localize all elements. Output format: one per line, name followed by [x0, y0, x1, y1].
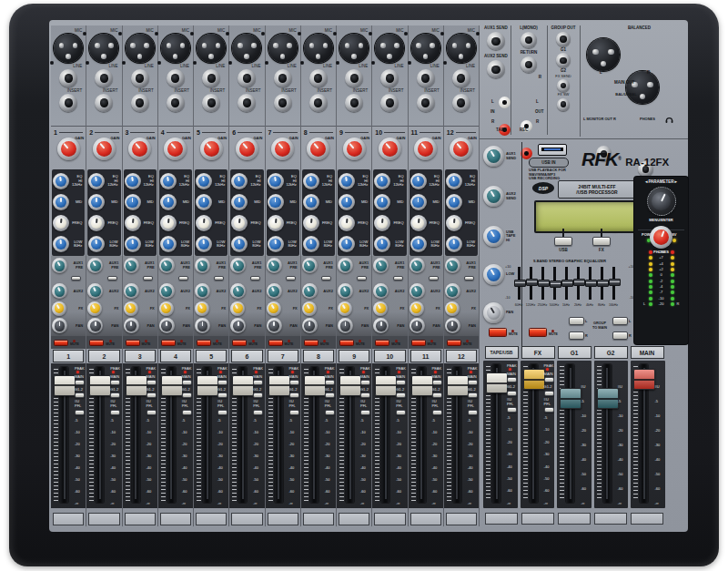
aux1-send-knob[interactable] [159, 258, 175, 273]
return-l-jack[interactable] [521, 32, 537, 48]
eq-mid-freq-knob[interactable] [268, 215, 284, 231]
fx-mute-button[interactable] [529, 328, 547, 337]
eq-mid-freq-knob[interactable] [446, 215, 462, 231]
mute-button[interactable] [197, 340, 211, 346]
mute-button[interactable] [54, 340, 68, 346]
gain-knob[interactable] [307, 138, 329, 160]
mute-button[interactable] [339, 340, 354, 346]
main-assign-button[interactable] [182, 380, 192, 385]
pfl-button[interactable] [147, 410, 157, 415]
geq-band-slider[interactable] [585, 280, 597, 287]
balanced-out-l-xlr[interactable] [587, 38, 620, 71]
line-input-jack[interactable] [202, 69, 220, 87]
aux1-send-knob[interactable] [230, 258, 246, 273]
line-input-jack[interactable] [345, 69, 363, 87]
main-assign-button[interactable] [253, 380, 263, 385]
eq-low-knob[interactable] [88, 236, 105, 252]
pan-knob[interactable] [87, 318, 103, 333]
master-usb-tape-hi-knob[interactable] [483, 226, 504, 247]
mic-xlr-input[interactable] [54, 34, 83, 63]
insert-jack[interactable] [202, 94, 220, 112]
mute-button[interactable] [268, 340, 283, 346]
aux1-pre-button[interactable] [286, 276, 296, 280]
aux1-send-jack[interactable] [487, 32, 505, 50]
aux1-pre-button[interactable] [214, 276, 224, 280]
return-r-jack[interactable] [521, 56, 537, 73]
fx-send-knob[interactable] [230, 301, 245, 316]
gain-knob[interactable] [414, 138, 437, 160]
eq-mid-knob[interactable] [339, 194, 355, 210]
insert-jack[interactable] [309, 94, 328, 112]
fx-send-knob[interactable] [373, 301, 388, 316]
fx-send-knob[interactable] [267, 301, 281, 316]
group-assign-button[interactable] [75, 393, 85, 398]
pfl-button[interactable] [468, 410, 478, 415]
mic-xlr-input[interactable] [161, 34, 190, 63]
pan-knob[interactable] [410, 318, 425, 333]
eq-hi-knob[interactable] [160, 173, 177, 189]
fx-send-knob[interactable] [87, 301, 102, 316]
fader-handle[interactable] [232, 375, 254, 396]
aux1-pre-button[interactable] [393, 276, 403, 280]
eq-mid-freq-knob[interactable] [303, 215, 319, 231]
eq-mid-knob[interactable] [88, 194, 105, 210]
master-aux2-send-knob[interactable] [483, 186, 504, 207]
usb-port[interactable] [538, 144, 567, 156]
line-input-jack[interactable] [452, 69, 470, 87]
eq-mid-freq-knob[interactable] [125, 215, 141, 231]
fx-send-knob[interactable] [338, 301, 352, 316]
group-assign-button[interactable] [396, 393, 406, 398]
insert-jack[interactable] [131, 94, 149, 112]
group-assign-button[interactable] [507, 391, 517, 396]
gain-knob[interactable] [164, 138, 187, 160]
eq-mid-freq-knob[interactable] [374, 215, 390, 231]
main-assign-button[interactable] [75, 380, 85, 385]
aux1-pre-button[interactable] [357, 276, 367, 280]
eq-mid-knob[interactable] [231, 194, 248, 210]
fader-track[interactable] [566, 364, 574, 503]
master-aux1-send-knob[interactable] [483, 146, 504, 167]
insert-jack[interactable] [380, 94, 399, 112]
g1-to-main-r-button[interactable] [569, 331, 584, 340]
fader-handle[interactable] [54, 375, 76, 396]
insert-jack[interactable] [238, 94, 256, 112]
fx-send-knob[interactable] [445, 301, 460, 316]
pfl-button[interactable] [360, 410, 370, 415]
fader-track[interactable] [603, 364, 612, 503]
g2-to-main-l-button[interactable] [612, 317, 628, 325]
fader-handle[interactable] [597, 388, 619, 409]
aux2-send-jack[interactable] [487, 60, 505, 78]
master-low-knob[interactable] [483, 264, 504, 285]
geq-band-slider[interactable] [573, 279, 585, 286]
fx-send-knob[interactable] [410, 301, 424, 316]
eq-hi-knob[interactable] [339, 173, 355, 189]
aux1-send-knob[interactable] [52, 258, 67, 273]
eq-low-knob[interactable] [410, 236, 427, 252]
group-assign-button[interactable] [544, 391, 554, 396]
pfl-button[interactable] [217, 410, 228, 415]
eq-low-knob[interactable] [231, 236, 248, 252]
aux1-send-knob[interactable] [302, 258, 318, 273]
group-assign-button[interactable] [147, 393, 157, 398]
fx-footswitch-jack[interactable] [557, 98, 570, 111]
aux1-pre-button[interactable] [429, 276, 439, 280]
pan-knob[interactable] [373, 318, 389, 333]
gain-knob[interactable] [379, 138, 401, 160]
pan-knob[interactable] [195, 318, 210, 333]
gain-knob[interactable] [271, 138, 294, 160]
geq-band-slider[interactable] [561, 280, 573, 287]
eq-mid-freq-knob[interactable] [410, 215, 427, 231]
aux2-send-knob[interactable] [267, 283, 282, 299]
mute-button[interactable] [161, 340, 176, 346]
main-assign-button[interactable] [325, 380, 335, 385]
aux2-send-knob[interactable] [373, 283, 389, 299]
fader-handle[interactable] [197, 375, 218, 396]
fader-handle[interactable] [486, 372, 508, 393]
eq-mid-freq-knob[interactable] [339, 215, 355, 231]
gain-knob[interactable] [128, 138, 151, 160]
pan-knob[interactable] [302, 318, 318, 333]
gain-knob[interactable] [236, 138, 258, 160]
mic-xlr-input[interactable] [447, 34, 476, 63]
parameter-knob[interactable] [647, 187, 676, 216]
mic-xlr-input[interactable] [375, 34, 404, 63]
